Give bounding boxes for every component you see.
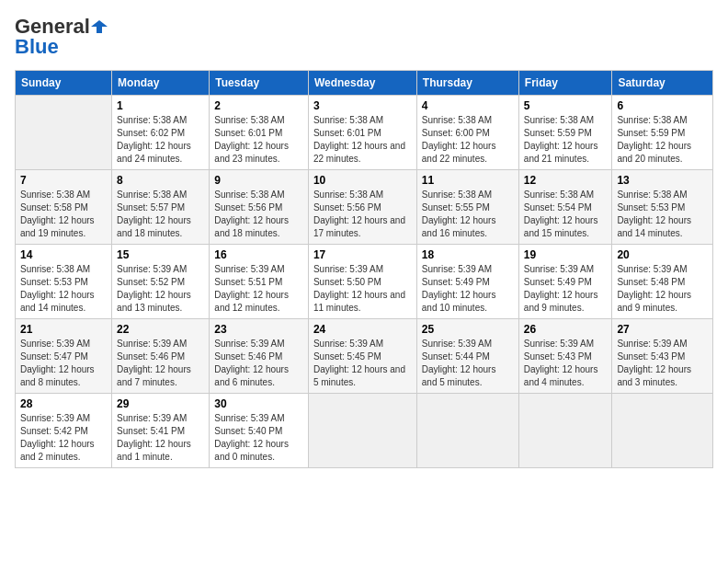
day-number: 20	[617, 248, 708, 261]
calendar-cell: 7Sunrise: 5:38 AMSunset: 5:58 PMDaylight…	[16, 170, 112, 245]
day-number: 2	[214, 99, 303, 112]
calendar-cell: 3Sunrise: 5:38 AMSunset: 6:01 PMDaylight…	[308, 96, 416, 170]
calendar-cell	[416, 394, 518, 468]
calendar-cell: 20Sunrise: 5:39 AMSunset: 5:48 PMDayligh…	[612, 245, 713, 319]
calendar-cell: 19Sunrise: 5:39 AMSunset: 5:49 PMDayligh…	[518, 245, 612, 319]
calendar-cell: 10Sunrise: 5:38 AMSunset: 5:56 PMDayligh…	[308, 170, 416, 245]
calendar-table: SundayMondayTuesdayWednesdayThursdayFrid…	[15, 70, 713, 468]
day-info: Sunrise: 5:38 AMSunset: 6:00 PMDaylight:…	[422, 114, 514, 166]
calendar-cell: 15Sunrise: 5:39 AMSunset: 5:52 PMDayligh…	[112, 245, 210, 319]
calendar-cell: 12Sunrise: 5:38 AMSunset: 5:54 PMDayligh…	[518, 170, 612, 245]
calendar-cell	[308, 394, 416, 468]
day-info: Sunrise: 5:39 AMSunset: 5:46 PMDaylight:…	[117, 338, 204, 389]
day-info: Sunrise: 5:38 AMSunset: 5:53 PMDaylight:…	[617, 189, 708, 240]
day-number: 26	[524, 323, 608, 336]
day-info: Sunrise: 5:38 AMSunset: 5:53 PMDaylight:…	[20, 263, 107, 315]
logo: General Blue	[15, 15, 108, 59]
calendar-cell: 21Sunrise: 5:39 AMSunset: 5:47 PMDayligh…	[16, 319, 112, 394]
day-number: 1	[117, 99, 204, 112]
calendar-cell: 27Sunrise: 5:39 AMSunset: 5:43 PMDayligh…	[612, 319, 713, 394]
calendar-body: 1Sunrise: 5:38 AMSunset: 6:02 PMDaylight…	[16, 96, 713, 468]
day-number: 5	[524, 99, 608, 112]
day-number: 29	[117, 397, 204, 410]
day-info: Sunrise: 5:38 AMSunset: 6:02 PMDaylight:…	[117, 114, 204, 166]
calendar-cell: 8Sunrise: 5:38 AMSunset: 5:57 PMDaylight…	[112, 170, 210, 245]
day-info: Sunrise: 5:38 AMSunset: 6:01 PMDaylight:…	[214, 114, 303, 166]
day-info: Sunrise: 5:38 AMSunset: 5:57 PMDaylight:…	[117, 189, 204, 240]
day-info: Sunrise: 5:39 AMSunset: 5:49 PMDaylight:…	[524, 263, 608, 315]
calendar-cell: 14Sunrise: 5:38 AMSunset: 5:53 PMDayligh…	[16, 245, 112, 319]
day-info: Sunrise: 5:39 AMSunset: 5:46 PMDaylight:…	[214, 338, 303, 389]
page-header: General Blue	[15, 15, 713, 59]
calendar-cell: 4Sunrise: 5:38 AMSunset: 6:00 PMDaylight…	[416, 96, 518, 170]
day-info: Sunrise: 5:38 AMSunset: 5:56 PMDaylight:…	[214, 189, 303, 240]
header-tuesday: Tuesday	[210, 71, 309, 96]
day-number: 11	[422, 174, 514, 187]
day-number: 24	[313, 323, 412, 336]
day-number: 10	[313, 174, 412, 187]
header-thursday: Thursday	[416, 71, 518, 96]
calendar-header-row: SundayMondayTuesdayWednesdayThursdayFrid…	[16, 71, 713, 96]
day-number: 25	[422, 323, 514, 336]
calendar-cell: 23Sunrise: 5:39 AMSunset: 5:46 PMDayligh…	[210, 319, 309, 394]
week-row-3: 14Sunrise: 5:38 AMSunset: 5:53 PMDayligh…	[16, 245, 713, 319]
day-number: 9	[214, 174, 303, 187]
week-row-2: 7Sunrise: 5:38 AMSunset: 5:58 PMDaylight…	[16, 170, 713, 245]
calendar-cell: 26Sunrise: 5:39 AMSunset: 5:43 PMDayligh…	[518, 319, 612, 394]
calendar-cell: 25Sunrise: 5:39 AMSunset: 5:44 PMDayligh…	[416, 319, 518, 394]
day-info: Sunrise: 5:39 AMSunset: 5:50 PMDaylight:…	[313, 263, 412, 315]
day-number: 28	[20, 397, 107, 410]
day-info: Sunrise: 5:39 AMSunset: 5:43 PMDaylight:…	[524, 338, 608, 389]
header-monday: Monday	[112, 71, 210, 96]
calendar-cell: 24Sunrise: 5:39 AMSunset: 5:45 PMDayligh…	[308, 319, 416, 394]
day-info: Sunrise: 5:39 AMSunset: 5:43 PMDaylight:…	[617, 338, 708, 389]
day-info: Sunrise: 5:39 AMSunset: 5:51 PMDaylight:…	[214, 263, 303, 315]
day-number: 14	[20, 248, 107, 261]
day-number: 6	[617, 99, 708, 112]
day-number: 4	[422, 99, 514, 112]
day-info: Sunrise: 5:39 AMSunset: 5:52 PMDaylight:…	[117, 263, 204, 315]
day-number: 7	[20, 174, 107, 187]
day-info: Sunrise: 5:38 AMSunset: 6:01 PMDaylight:…	[313, 114, 412, 166]
logo-bird-icon	[91, 18, 108, 35]
day-number: 12	[524, 174, 608, 187]
header-sunday: Sunday	[16, 71, 112, 96]
calendar-cell	[518, 394, 612, 468]
calendar-cell: 29Sunrise: 5:39 AMSunset: 5:41 PMDayligh…	[112, 394, 210, 468]
logo-blue: Blue	[15, 35, 59, 59]
calendar-cell: 18Sunrise: 5:39 AMSunset: 5:49 PMDayligh…	[416, 245, 518, 319]
calendar-cell: 22Sunrise: 5:39 AMSunset: 5:46 PMDayligh…	[112, 319, 210, 394]
calendar-cell: 11Sunrise: 5:38 AMSunset: 5:55 PMDayligh…	[416, 170, 518, 245]
day-number: 8	[117, 174, 204, 187]
calendar-cell: 6Sunrise: 5:38 AMSunset: 5:59 PMDaylight…	[612, 96, 713, 170]
day-info: Sunrise: 5:38 AMSunset: 5:56 PMDaylight:…	[313, 189, 412, 240]
calendar-cell	[16, 96, 112, 170]
day-number: 30	[214, 397, 303, 410]
day-number: 27	[617, 323, 708, 336]
day-info: Sunrise: 5:38 AMSunset: 5:59 PMDaylight:…	[617, 114, 708, 166]
day-info: Sunrise: 5:38 AMSunset: 5:58 PMDaylight:…	[20, 189, 107, 240]
day-number: 3	[313, 99, 412, 112]
header-wednesday: Wednesday	[308, 71, 416, 96]
svg-marker-0	[91, 20, 108, 33]
day-number: 23	[214, 323, 303, 336]
day-number: 18	[422, 248, 514, 261]
day-info: Sunrise: 5:39 AMSunset: 5:40 PMDaylight:…	[214, 412, 303, 464]
week-row-5: 28Sunrise: 5:39 AMSunset: 5:42 PMDayligh…	[16, 394, 713, 468]
week-row-4: 21Sunrise: 5:39 AMSunset: 5:47 PMDayligh…	[16, 319, 713, 394]
header-saturday: Saturday	[612, 71, 713, 96]
calendar-cell: 9Sunrise: 5:38 AMSunset: 5:56 PMDaylight…	[210, 170, 309, 245]
header-friday: Friday	[518, 71, 612, 96]
calendar-cell: 30Sunrise: 5:39 AMSunset: 5:40 PMDayligh…	[210, 394, 309, 468]
day-number: 16	[214, 248, 303, 261]
day-number: 22	[117, 323, 204, 336]
day-number: 13	[617, 174, 708, 187]
calendar-cell	[612, 394, 713, 468]
day-info: Sunrise: 5:39 AMSunset: 5:42 PMDaylight:…	[20, 412, 107, 464]
day-info: Sunrise: 5:38 AMSunset: 5:59 PMDaylight:…	[524, 114, 608, 166]
week-row-1: 1Sunrise: 5:38 AMSunset: 6:02 PMDaylight…	[16, 96, 713, 170]
calendar-cell: 17Sunrise: 5:39 AMSunset: 5:50 PMDayligh…	[308, 245, 416, 319]
calendar-cell: 28Sunrise: 5:39 AMSunset: 5:42 PMDayligh…	[16, 394, 112, 468]
day-info: Sunrise: 5:39 AMSunset: 5:48 PMDaylight:…	[617, 263, 708, 315]
day-info: Sunrise: 5:39 AMSunset: 5:45 PMDaylight:…	[313, 338, 412, 389]
